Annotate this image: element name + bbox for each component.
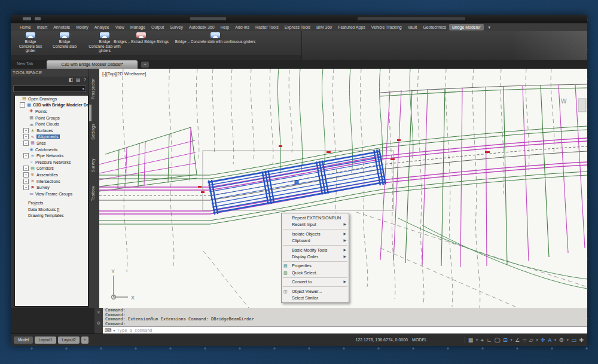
bridge-concrete-box-girder-button[interactable]: Bridge Concrete box girder bbox=[14, 32, 47, 53]
layout-tab-layout1[interactable]: Layout1 bbox=[35, 337, 56, 344]
add-layout-button[interactable]: + bbox=[81, 337, 89, 344]
recent-commands-caret-icon[interactable]: ▾ bbox=[114, 328, 115, 332]
strip-scroll-thumb[interactable] bbox=[89, 105, 91, 121]
menu-item-object-viewer[interactable]: ◫Object Viewer... bbox=[282, 288, 349, 295]
command-palette-handle[interactable]: ✕ ⚙ bbox=[94, 308, 103, 334]
lineweight-icon[interactable]: ═ bbox=[523, 336, 526, 344]
ribbon-tab-help[interactable]: Help bbox=[218, 24, 232, 30]
menu-item-select-similar[interactable]: Select Similar bbox=[282, 295, 349, 301]
tab-toolbox[interactable]: Toolbox bbox=[91, 186, 95, 201]
bridge-concrete-slab-button[interactable]: Bridge Concrete slab bbox=[48, 32, 81, 48]
layout-tab-model[interactable]: Model bbox=[14, 337, 33, 344]
ribbon-tab-vault[interactable]: Vault bbox=[405, 24, 420, 30]
palette-autohide-icon[interactable]: ◧ bbox=[68, 77, 73, 82]
workspace-gear-icon[interactable]: ⚙ bbox=[559, 336, 564, 344]
ribbon-tab-manage[interactable]: Manage bbox=[127, 24, 148, 30]
ribbon-tab-home[interactable]: Home bbox=[17, 24, 34, 30]
palette-properties-icon[interactable]: ▤ bbox=[76, 77, 81, 82]
menu-item-display-order[interactable]: Display Order▶ bbox=[282, 253, 349, 260]
menu-item-isolate-objects[interactable]: Isolate Objects▶ bbox=[282, 231, 349, 237]
snap-icon[interactable]: ⌖ bbox=[481, 336, 484, 344]
tree-item-pressure-networks[interactable]: ≈Pressure Networks bbox=[15, 159, 88, 166]
ribbon-tab-analyze[interactable]: Analyze bbox=[91, 24, 112, 30]
start-tab[interactable]: New Tab bbox=[17, 62, 33, 66]
selection-grip[interactable] bbox=[295, 181, 298, 184]
ribbon-tab-annotate[interactable]: Annotate bbox=[50, 24, 73, 30]
tree-item-pipe-networks[interactable]: +≋Pipe Networks bbox=[15, 152, 88, 159]
grid-icon[interactable]: ▦ bbox=[468, 336, 474, 344]
ribbon-tab-view[interactable]: View bbox=[112, 24, 127, 30]
ribbon-tab-addins[interactable]: Add-ins bbox=[232, 24, 252, 30]
isolate-objects-icon[interactable]: ▭ bbox=[571, 336, 576, 344]
ribbon-tab-survey[interactable]: Survey bbox=[167, 24, 186, 30]
tree-item-catchments[interactable]: ◉Catchments bbox=[15, 146, 88, 153]
tab-survey[interactable]: Survey bbox=[91, 158, 95, 172]
ortho-icon[interactable]: ∟ bbox=[486, 336, 492, 344]
tree-item-projects[interactable]: Projects bbox=[15, 200, 88, 207]
tree-item-data-shortcuts[interactable]: Data Shortcuts [] bbox=[15, 206, 88, 213]
ribbon-tab-bridge-modeler[interactable]: Bridge Modeler bbox=[449, 24, 483, 30]
menu-item-properties[interactable]: ▤Properties bbox=[282, 262, 349, 269]
viewport-controls[interactable]: [-][Top][2D Wireframe] bbox=[102, 71, 146, 77]
transparency-icon[interactable]: ▱ bbox=[529, 336, 533, 344]
tab-settings[interactable]: Settings bbox=[91, 124, 95, 140]
menu-item-recent-input[interactable]: Recent Input▶ bbox=[282, 221, 349, 228]
menu-item-basic-modify-tools[interactable]: Basic Modify Tools▶ bbox=[282, 247, 349, 253]
view-selector-dropdown[interactable]: ▾ bbox=[13, 85, 86, 92]
grid-dropdown-icon[interactable]: ▾ bbox=[476, 336, 478, 344]
tree-item-survey[interactable]: +⚑Survey bbox=[15, 184, 88, 191]
drawing-viewport[interactable]: W Y X [-][Top][2D Wireframe] Repeat EXTE… bbox=[99, 69, 587, 308]
ribbon-tab-modify[interactable]: Modify bbox=[73, 24, 91, 30]
model-space-badge[interactable]: MODEL bbox=[412, 338, 427, 342]
polar-icon[interactable]: ◯ bbox=[495, 336, 501, 344]
ribbon-overflow-icon[interactable]: ▾ bbox=[489, 25, 491, 30]
palette-help-icon[interactable]: ? bbox=[84, 77, 86, 82]
menu-item-clipboard[interactable]: Clipboard▶ bbox=[282, 237, 349, 244]
ribbon-tab-featured-apps[interactable]: Featured Apps bbox=[335, 24, 368, 30]
layout-tab-layout2[interactable]: Layout2 bbox=[58, 337, 80, 344]
otrack-icon[interactable]: ∠ bbox=[515, 336, 520, 344]
close-icon[interactable]: ✕ bbox=[94, 310, 103, 315]
workspace-dropdown-icon[interactable]: ▾ bbox=[566, 336, 569, 344]
osnap-icon[interactable]: ⊡ bbox=[503, 336, 508, 344]
tree-item-corridors[interactable]: +▤Corridors bbox=[15, 166, 88, 172]
tree-item-open-drawings[interactable]: ▤Open Drawings bbox=[15, 96, 88, 102]
menu-item-convert-to[interactable]: Convert to▶ bbox=[282, 279, 349, 285]
tab-prospector[interactable]: Prospector bbox=[91, 78, 95, 99]
extract-bridge-strings-button[interactable]: Bridges – Extract Bridge Strings bbox=[111, 32, 171, 44]
ribbon-tab-bim360[interactable]: BIM 360 bbox=[313, 24, 335, 30]
tree-item-intersections[interactable]: +✕Intersections bbox=[15, 178, 88, 185]
ribbon-tab-raster-tools[interactable]: Raster Tools bbox=[252, 24, 282, 30]
command-input[interactable]: ⌨ ▾ Type a command bbox=[103, 326, 587, 334]
tree-item-drawing-templates[interactable]: Drawing Templates bbox=[15, 213, 88, 219]
annoscale-dropdown-icon[interactable]: ▾ bbox=[554, 336, 557, 344]
menu-item-repeat[interactable]: Repeat EXTENSIONRUN bbox=[282, 215, 349, 221]
ribbon-tab-output[interactable]: Output bbox=[148, 24, 167, 30]
tree-item-surfaces[interactable]: +▲Surfaces bbox=[15, 127, 88, 134]
ribbon-tab-geotechnics[interactable]: Geotechnics bbox=[420, 24, 449, 30]
tree-item-view-frame-groups[interactable]: ▭View Frame Groups bbox=[15, 191, 88, 197]
ribbon-tab-express-tools[interactable]: Express Tools bbox=[282, 24, 313, 30]
wrench-icon[interactable]: ⚙ bbox=[94, 321, 103, 326]
intersections-icon: ✕ bbox=[30, 179, 35, 183]
tree-item-point-clouds[interactable]: ☁Point Clouds bbox=[15, 121, 88, 127]
annoscale-icon[interactable]: A bbox=[548, 336, 551, 344]
osnap-dropdown-icon[interactable]: ▾ bbox=[510, 336, 512, 344]
tree-item-dataset[interactable]: −▦C3D with Bridge Modeler Dataset bbox=[15, 102, 88, 109]
ribbon-tab-vehicle-tracking[interactable]: Vehicle Tracking bbox=[368, 24, 405, 30]
tree-item-alignments[interactable]: +∿Alignments bbox=[15, 134, 88, 140]
tree-item-sites[interactable]: +▦Sites bbox=[15, 140, 88, 146]
document-tab[interactable]: C3D with Bridge Modeler Dataset* bbox=[47, 60, 138, 69]
tree-item-point-groups[interactable]: ▦Point Groups bbox=[15, 115, 88, 121]
menu-item-quick-select[interactable]: ▥Quick Select... bbox=[282, 270, 349, 276]
new-drawing-tab-button[interactable]: + bbox=[141, 62, 149, 68]
bridge-continuous-girders-button[interactable]: Bridge – Concrete slab with continuous g… bbox=[173, 32, 257, 44]
annotation-icon[interactable]: ✛ bbox=[541, 336, 545, 344]
toolspace-title[interactable]: TOOLSPACE bbox=[11, 69, 99, 77]
tree-item-assemblies[interactable]: +⊕Assemblies bbox=[15, 172, 88, 178]
ribbon-tab-insert[interactable]: Insert bbox=[34, 24, 51, 30]
ribbon-tab-autodesk360[interactable]: Autodesk 360 bbox=[186, 24, 218, 30]
tree-item-points[interactable]: ✚Points bbox=[15, 108, 88, 115]
customize-icon[interactable]: ✚ bbox=[579, 336, 584, 344]
selection-dropdown-icon[interactable]: ▾ bbox=[536, 336, 538, 344]
